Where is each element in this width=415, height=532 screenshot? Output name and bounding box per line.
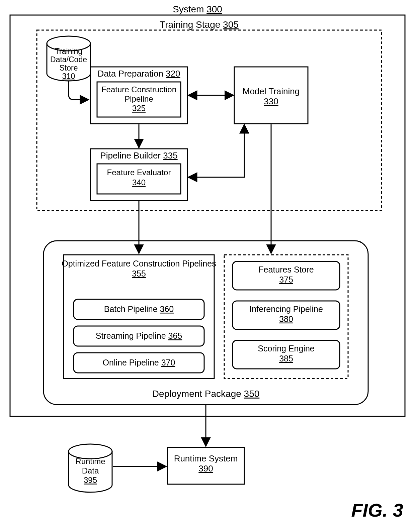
svg-text:Feature Evaluator: Feature Evaluator	[107, 168, 171, 177]
training-stage-box	[37, 30, 382, 211]
svg-text:395: 395	[84, 475, 97, 485]
svg-text:Online Pipeline 370: Online Pipeline 370	[103, 358, 175, 367]
svg-text:Pipeline: Pipeline	[124, 94, 153, 103]
svg-text:385: 385	[279, 354, 293, 363]
svg-text:325: 325	[132, 104, 146, 113]
svg-text:Store: Store	[60, 64, 78, 72]
svg-text:Data: Data	[82, 466, 99, 475]
svg-text:Training: Training	[55, 47, 82, 56]
diagram-fig3: System 300 Training Stage 305 Training D…	[0, 0, 415, 532]
svg-text:Runtime System: Runtime System	[174, 453, 238, 463]
svg-text:Feature Construction: Feature Construction	[101, 85, 176, 94]
svg-text:Runtime: Runtime	[75, 457, 105, 466]
arrow-store-to-dataprep	[69, 81, 89, 100]
svg-text:Inferencing Pipeline: Inferencing Pipeline	[249, 304, 323, 314]
svg-text:Streaming Pipeline 365: Streaming Pipeline 365	[96, 331, 182, 340]
svg-text:Features Store: Features Store	[258, 265, 314, 274]
svg-text:Data/Code: Data/Code	[50, 55, 87, 64]
svg-text:330: 330	[264, 96, 278, 106]
training-stage-label: Training Stage 305	[160, 19, 239, 30]
data-preparation-label: Data Preparation 320	[97, 69, 180, 79]
system-label: System 300	[173, 4, 222, 14]
svg-text:375: 375	[279, 275, 293, 284]
svg-text:310: 310	[62, 72, 75, 81]
svg-text:380: 380	[279, 314, 293, 324]
svg-text:355: 355	[132, 269, 146, 278]
svg-text:340: 340	[132, 178, 146, 187]
svg-text:Model Training: Model Training	[243, 86, 300, 96]
deployment-package-label: Deployment Package 350	[152, 389, 260, 399]
pipeline-builder-label: Pipeline Builder 335	[100, 150, 177, 161]
svg-text:Optimized Feature Construction: Optimized Feature Construction Pipelines	[62, 259, 216, 268]
svg-text:390: 390	[198, 463, 213, 473]
svg-text:Scoring Engine: Scoring Engine	[258, 344, 315, 353]
svg-text:Batch Pipeline 360: Batch Pipeline 360	[104, 304, 174, 314]
runtime-data-store: Runtime Data 395	[69, 444, 112, 492]
figure-label: FIG. 3	[351, 500, 403, 521]
arrow-builder-modeltrain	[188, 124, 244, 177]
training-data-store: Training Data/Code Store 310	[47, 36, 90, 81]
